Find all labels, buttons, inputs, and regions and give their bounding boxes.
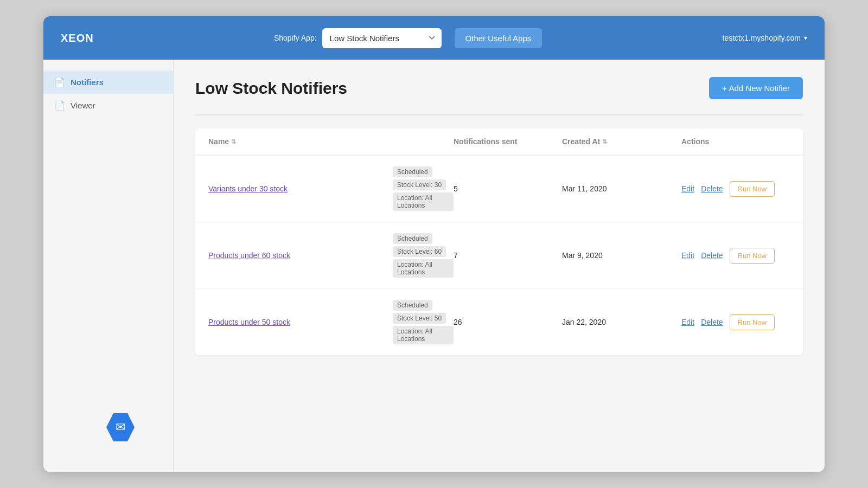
run-now-button-1[interactable]: Run Now xyxy=(730,248,775,264)
chevron-down-icon: ▾ xyxy=(804,34,807,42)
col-header-name: Name ⇅ xyxy=(208,137,393,146)
actions-cell-1: Edit Delete Run Now xyxy=(681,248,790,264)
table-row: Products under 60 stock Scheduled Stock … xyxy=(195,222,803,289)
run-now-button-2[interactable]: Run Now xyxy=(730,314,775,330)
notif-count-0: 5 xyxy=(454,184,562,193)
run-now-button-0[interactable]: Run Now xyxy=(730,181,775,197)
notif-count-2: 26 xyxy=(454,318,562,326)
page-title: Low Stock Notifiers xyxy=(195,79,347,98)
header-divider xyxy=(195,114,803,115)
col-header-notifications: Notifications sent xyxy=(454,137,562,146)
delete-link-0[interactable]: Delete xyxy=(701,184,723,193)
delete-link-2[interactable]: Delete xyxy=(701,318,723,326)
tags-cell-1: Scheduled Stock Level: 60 Location: All … xyxy=(393,233,454,278)
actions-cell-2: Edit Delete Run Now xyxy=(681,314,790,330)
add-new-notifier-button[interactable]: + Add New Notifier xyxy=(709,77,803,99)
created-date-2: Jan 22, 2020 xyxy=(562,318,681,326)
app-selector[interactable]: Low Stock Notifiers xyxy=(322,28,442,48)
created-date-1: Mar 9, 2020 xyxy=(562,251,681,260)
edit-link-2[interactable]: Edit xyxy=(681,318,694,326)
tag-location-0: Location: All Locations xyxy=(393,192,454,211)
sidebar: 📄 Notifiers 📄 Viewer xyxy=(43,60,174,472)
table-row: Variants under 30 stock Scheduled Stock … xyxy=(195,156,803,222)
page-header: Low Stock Notifiers + Add New Notifier xyxy=(195,77,803,99)
notifier-name-link-2[interactable]: Products under 50 stock xyxy=(208,318,290,326)
notifier-name-link-1[interactable]: Products under 60 stock xyxy=(208,251,290,260)
notifiers-table: Name ⇅ Notifications sent Created At ⇅ A… xyxy=(195,129,803,355)
table-row: Products under 50 stock Scheduled Stock … xyxy=(195,289,803,355)
body-layout: 📄 Notifiers 📄 Viewer Low Stock Notifiers… xyxy=(43,60,825,472)
notifier-name-link-0[interactable]: Variants under 30 stock xyxy=(208,184,288,193)
tag-scheduled-2: Scheduled xyxy=(393,300,432,311)
edit-link-1[interactable]: Edit xyxy=(681,251,694,260)
col-header-actions: Actions xyxy=(681,137,790,146)
actions-cell-0: Edit Delete Run Now xyxy=(681,181,790,197)
mail-icon: ✉ xyxy=(116,420,125,434)
notifier-name-cell: Variants under 30 stock xyxy=(208,184,393,194)
col-header-tags xyxy=(393,137,454,146)
sidebar-item-viewer[interactable]: 📄 Viewer xyxy=(43,94,173,117)
app-logo: XEON xyxy=(61,32,94,44)
sidebar-label-notifiers: Notifiers xyxy=(71,78,104,87)
sort-icon-created: ⇅ xyxy=(602,138,607,145)
tags-cell-2: Scheduled Stock Level: 50 Location: All … xyxy=(393,300,454,344)
tag-stock-2: Stock Level: 50 xyxy=(393,313,446,324)
tag-location-2: Location: All Locations xyxy=(393,326,454,344)
account-name: testctx1.myshopify.com xyxy=(723,34,801,42)
sidebar-label-viewer: Viewer xyxy=(71,101,95,110)
app-header: XEON Shopify App: Low Stock Notifiers Ot… xyxy=(43,16,825,60)
main-content: Low Stock Notifiers + Add New Notifier N… xyxy=(174,60,825,472)
account-menu[interactable]: testctx1.myshopify.com ▾ xyxy=(723,34,807,42)
other-apps-button[interactable]: Other Useful Apps xyxy=(455,28,542,48)
delete-link-1[interactable]: Delete xyxy=(701,251,723,260)
col-header-created: Created At ⇅ xyxy=(562,137,681,146)
document-icon: 📄 xyxy=(54,77,65,87)
notifier-name-cell: Products under 60 stock xyxy=(208,251,393,260)
notif-count-1: 7 xyxy=(454,251,562,260)
sidebar-item-notifiers[interactable]: 📄 Notifiers xyxy=(43,70,173,94)
table-header-row: Name ⇅ Notifications sent Created At ⇅ A… xyxy=(195,129,803,156)
shopify-label: Shopify App: xyxy=(274,34,317,42)
tag-stock-0: Stock Level: 30 xyxy=(393,179,446,190)
document-icon-viewer: 📄 xyxy=(54,100,65,111)
sort-icon-name: ⇅ xyxy=(231,138,236,145)
edit-link-0[interactable]: Edit xyxy=(681,184,694,193)
tags-cell-0: Scheduled Stock Level: 30 Location: All … xyxy=(393,166,454,211)
notifier-name-cell: Products under 50 stock xyxy=(208,317,393,327)
tag-location-1: Location: All Locations xyxy=(393,259,454,278)
tag-scheduled-1: Scheduled xyxy=(393,233,432,244)
tag-stock-1: Stock Level: 60 xyxy=(393,246,446,257)
created-date-0: Mar 11, 2020 xyxy=(562,184,681,193)
tag-scheduled-0: Scheduled xyxy=(393,166,432,177)
